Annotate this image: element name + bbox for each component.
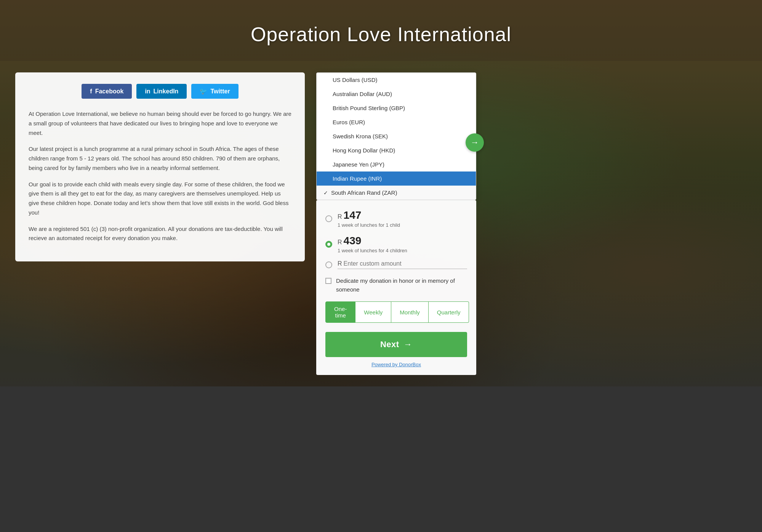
custom-currency-symbol: R <box>338 260 342 267</box>
frequency-btn-weekly[interactable]: Weekly <box>355 301 391 323</box>
amount-desc-0: 1 week of lunches for 1 child <box>338 222 400 228</box>
amount-options: R1471 week of lunches for 1 childR4391 w… <box>325 209 467 253</box>
arrow-icon: → <box>471 138 479 147</box>
linkedin-icon: in <box>145 88 150 95</box>
dedicate-checkbox[interactable] <box>325 278 331 284</box>
currency-option-aud[interactable]: Australian Dollar (AUD) <box>317 87 476 101</box>
amount-value-0: R147 <box>338 209 400 221</box>
donorbox-link[interactable]: Powered by DonorBox <box>325 362 467 367</box>
currency-label: Euros (EUR) <box>333 119 365 125</box>
frequency-btn-quarterly[interactable]: Quarterly <box>429 301 469 323</box>
currency-option-jpy[interactable]: Japanese Yen (JPY) <box>317 157 476 171</box>
twitter-icon: 🐦 <box>200 88 207 95</box>
linkedin-label: LinkedIn <box>154 88 179 95</box>
checkmark-icon: ✓ <box>323 190 328 196</box>
currency-label: US Dollars (USD) <box>333 77 378 83</box>
amount-desc-1: 1 week of lunches for 4 children <box>338 248 407 253</box>
amount-radio-1[interactable] <box>325 241 332 248</box>
facebook-button[interactable]: f Facebook <box>82 84 132 99</box>
currency-label: Australian Dollar (AUD) <box>333 91 392 97</box>
custom-amount-radio[interactable] <box>325 261 332 268</box>
currency-label: Hong Kong Dollar (HKD) <box>333 147 395 154</box>
next-button[interactable]: Next → <box>325 332 467 357</box>
amount-radio-0[interactable] <box>325 215 332 222</box>
custom-amount-row: R <box>325 260 467 269</box>
donation-panel: R1471 week of lunches for 1 childR4391 w… <box>316 200 476 375</box>
currency-option-sek[interactable]: Swedish Krona (SEK) <box>317 129 476 143</box>
main-content: f Facebook in LinkedIn 🐦 Twitter At Oper… <box>0 61 762 386</box>
currency-label: British Pound Sterling (GBP) <box>333 105 405 111</box>
facebook-label: Facebook <box>95 88 124 95</box>
amount-value-1: R439 <box>338 235 407 247</box>
currency-option-zar[interactable]: ✓South African Rand (ZAR) <box>317 186 476 200</box>
currency-label: Japanese Yen (JPY) <box>333 161 384 168</box>
next-label: Next <box>380 340 399 349</box>
next-arrow-icon: → <box>404 340 413 349</box>
dedicate-row: Dedicate my donation in honor or in memo… <box>325 277 467 294</box>
twitter-label: Twitter <box>210 88 230 95</box>
frequency-row: One-timeWeeklyMonthlyQuarterly <box>325 301 467 323</box>
amount-option-0: R1471 week of lunches for 1 child <box>325 209 467 228</box>
description-p2: Our latest project is a lunch programme … <box>29 144 291 173</box>
currency-option-usd[interactable]: US Dollars (USD) <box>317 73 476 87</box>
amount-details-0: R1471 week of lunches for 1 child <box>338 209 400 228</box>
frequency-btn-monthly[interactable]: Monthly <box>391 301 429 323</box>
amount-currency-symbol-0: R <box>338 213 342 220</box>
currency-label: South African Rand (ZAR) <box>331 189 397 196</box>
arrow-button[interactable]: → <box>466 133 484 152</box>
description-p3: Our goal is to provide each child with m… <box>29 180 291 218</box>
amount-currency-symbol-1: R <box>338 239 342 246</box>
twitter-button[interactable]: 🐦 Twitter <box>191 84 238 99</box>
linkedin-button[interactable]: in LinkedIn <box>136 84 187 99</box>
right-panel: US Dollars (USD)Australian Dollar (AUD)B… <box>316 72 476 375</box>
left-panel: f Facebook in LinkedIn 🐦 Twitter At Oper… <box>15 72 305 261</box>
currency-label: Indian Rupee (INR) <box>333 175 382 182</box>
currency-option-inr[interactable]: Indian Rupee (INR) <box>317 171 476 186</box>
social-buttons-group: f Facebook in LinkedIn 🐦 Twitter <box>29 84 291 99</box>
description-p4: We are a registered 501 (c) (3) non-prof… <box>29 224 291 244</box>
description-section: At Operation Love International, we beli… <box>29 109 291 243</box>
dedicate-label: Dedicate my donation in honor or in memo… <box>336 277 467 294</box>
currency-option-gbp[interactable]: British Pound Sterling (GBP) <box>317 101 476 115</box>
currency-label: Swedish Krona (SEK) <box>333 133 388 139</box>
hero-section: Operation Love International f Facebook … <box>0 0 762 386</box>
frequency-btn-one-time[interactable]: One-time <box>325 301 355 323</box>
custom-amount-input[interactable] <box>344 260 467 267</box>
currency-dropdown[interactable]: US Dollars (USD)Australian Dollar (AUD)B… <box>316 72 476 200</box>
currency-option-hkd[interactable]: Hong Kong Dollar (HKD) <box>317 143 476 157</box>
amount-option-1: R4391 week of lunches for 4 children <box>325 235 467 253</box>
hero-title-bar: Operation Love International <box>0 0 762 61</box>
amount-details-1: R4391 week of lunches for 4 children <box>338 235 407 253</box>
custom-input-wrap: R <box>338 260 467 269</box>
description-p1: At Operation Love International, we beli… <box>29 109 291 138</box>
currency-option-eur[interactable]: Euros (EUR) <box>317 115 476 129</box>
page-title: Operation Love International <box>8 23 754 46</box>
facebook-icon: f <box>90 88 92 95</box>
